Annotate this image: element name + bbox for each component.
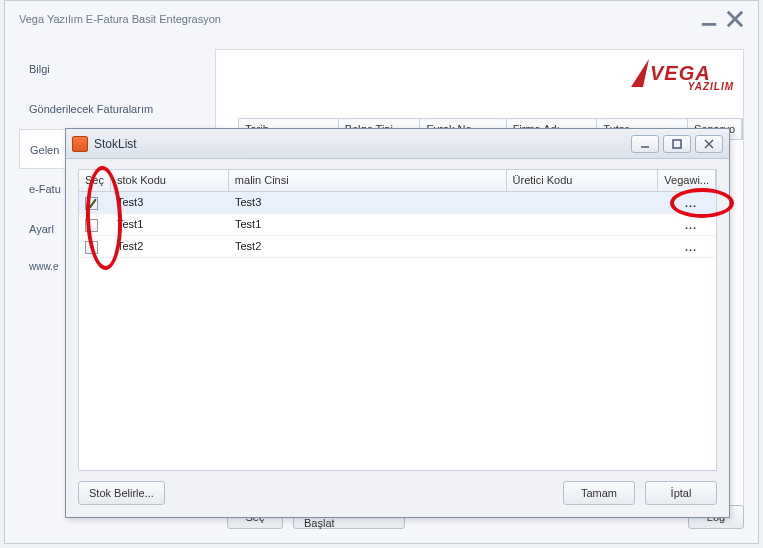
dialog-title: StokList [94, 137, 137, 151]
col-uretici-kodu[interactable]: Üretici Kodu [507, 170, 659, 191]
row-ellipsis-button[interactable]: ... [667, 196, 715, 209]
cell-malin-cinsi: Test3 [229, 192, 507, 213]
row-checkbox[interactable] [85, 197, 98, 210]
row-checkbox[interactable] [85, 219, 98, 232]
cell-stok-kodu: Test1 [111, 214, 229, 235]
cell-stok-kodu: Test3 [111, 192, 229, 213]
table-row[interactable]: Test3 Test3 ... [79, 192, 716, 214]
dialog-close-button[interactable] [695, 135, 723, 153]
cell-uretici [507, 214, 659, 235]
svg-rect-4 [673, 140, 681, 148]
main-title: Vega Yazılım E-Fatura Basit Entegrasyon [19, 13, 221, 25]
col-malin-cinsi[interactable]: malin Cinsi [229, 170, 507, 191]
cell-uretici [507, 192, 659, 213]
cell-malin-cinsi: Test2 [229, 236, 507, 257]
dialog-minimize-button[interactable] [631, 135, 659, 153]
col-sec[interactable]: Seç [79, 170, 111, 191]
dialog-maximize-button[interactable] [663, 135, 691, 153]
tab-bilgi[interactable]: Bilgi [19, 49, 214, 89]
cell-uretici [507, 236, 659, 257]
main-close-button[interactable] [726, 11, 744, 27]
logo-wing-icon [631, 59, 649, 87]
row-ellipsis-button[interactable]: ... [667, 240, 715, 253]
tab-gonderilecek[interactable]: Gönderilecek Faturalarım [19, 89, 214, 129]
main-titlebar: Vega Yazılım E-Fatura Basit Entegrasyon [5, 1, 758, 37]
cell-malin-cinsi: Test1 [229, 214, 507, 235]
stoklist-dialog: StokList Seç stok Kodu malin Cinsi Üreti… [65, 128, 730, 518]
dialog-titlebar[interactable]: StokList [66, 129, 729, 159]
logo-subtext: YAZILIM [688, 81, 734, 92]
row-ellipsis-button[interactable]: ... [667, 218, 715, 231]
col-stok-kodu[interactable]: stok Kodu [111, 170, 229, 191]
row-checkbox[interactable] [85, 241, 98, 254]
dialog-app-icon [72, 136, 88, 152]
stok-grid-header: Seç stok Kodu malin Cinsi Üretici Kodu V… [79, 170, 716, 192]
stok-grid: Seç stok Kodu malin Cinsi Üretici Kodu V… [78, 169, 717, 471]
cell-stok-kodu: Test2 [111, 236, 229, 257]
stok-belirle-button[interactable]: Stok Belirle... [78, 481, 165, 505]
table-row[interactable]: Test2 Test2 ... [79, 236, 716, 258]
main-minimize-button[interactable] [700, 11, 718, 27]
vega-logo: VEGA YAZILIM [634, 53, 734, 93]
col-vegawi[interactable]: Vegawi... [658, 170, 716, 191]
table-row[interactable]: Test1 Test1 ... [79, 214, 716, 236]
iptal-button[interactable]: İptal [645, 481, 717, 505]
tamam-button[interactable]: Tamam [563, 481, 635, 505]
